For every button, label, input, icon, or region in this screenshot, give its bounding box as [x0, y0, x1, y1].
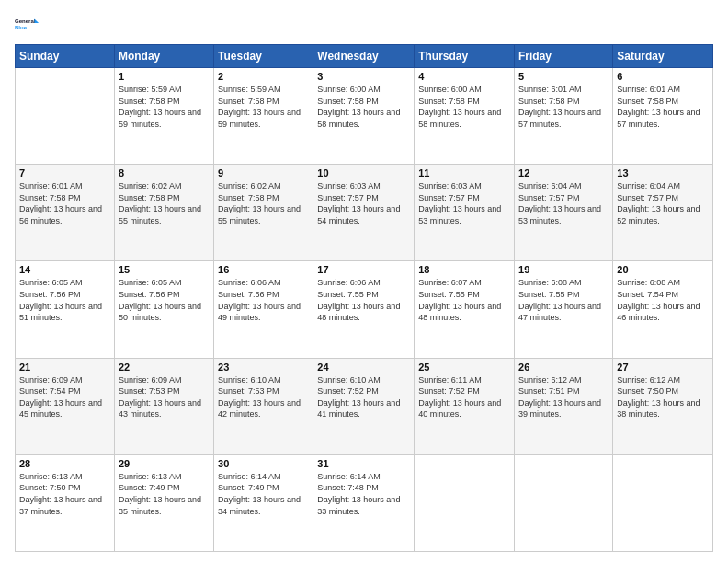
- calendar-cell: [415, 454, 515, 551]
- day-number: 11: [418, 167, 510, 178]
- day-number: 26: [518, 362, 609, 373]
- day-info: Sunrise: 6:07 AMSunset: 7:55 PMDaylight:…: [418, 277, 510, 323]
- calendar-cell: 6Sunrise: 6:01 AMSunset: 7:58 PMDaylight…: [613, 68, 713, 165]
- day-number: 31: [317, 458, 410, 469]
- day-info: Sunrise: 6:03 AMSunset: 7:57 PMDaylight:…: [317, 180, 410, 226]
- calendar-cell: 20Sunrise: 6:08 AMSunset: 7:54 PMDayligh…: [613, 261, 713, 358]
- svg-text:Blue: Blue: [15, 25, 28, 30]
- day-info: Sunrise: 6:06 AMSunset: 7:56 PMDaylight:…: [218, 277, 309, 323]
- weekday-header-monday: Monday: [114, 45, 213, 68]
- day-number: 15: [119, 264, 210, 275]
- calendar-cell: 30Sunrise: 6:14 AMSunset: 7:49 PMDayligh…: [214, 454, 313, 551]
- day-number: 17: [317, 264, 410, 275]
- day-number: 6: [617, 71, 709, 82]
- calendar-cell: 25Sunrise: 6:11 AMSunset: 7:52 PMDayligh…: [415, 358, 515, 454]
- calendar-cell: 27Sunrise: 6:12 AMSunset: 7:50 PMDayligh…: [613, 358, 713, 454]
- day-info: Sunrise: 6:09 AMSunset: 7:54 PMDaylight:…: [19, 374, 110, 420]
- calendar-cell: 9Sunrise: 6:02 AMSunset: 7:58 PMDaylight…: [214, 165, 313, 261]
- logo: GeneralBlue: [15, 11, 40, 37]
- calendar-cell: 21Sunrise: 6:09 AMSunset: 7:54 PMDayligh…: [16, 358, 115, 454]
- calendar-cell: 1Sunrise: 5:59 AMSunset: 7:58 PMDaylight…: [114, 68, 213, 165]
- calendar-body: 1Sunrise: 5:59 AMSunset: 7:58 PMDaylight…: [16, 68, 713, 552]
- day-info: Sunrise: 5:59 AMSunset: 7:58 PMDaylight:…: [218, 84, 309, 130]
- calendar-cell: 26Sunrise: 6:12 AMSunset: 7:51 PMDayligh…: [515, 358, 613, 454]
- day-number: 13: [617, 167, 709, 178]
- day-info: Sunrise: 6:12 AMSunset: 7:51 PMDaylight:…: [518, 374, 609, 420]
- calendar-cell: 5Sunrise: 6:01 AMSunset: 7:58 PMDaylight…: [515, 68, 613, 165]
- weekday-header-sunday: Sunday: [16, 45, 115, 68]
- day-number: 12: [518, 167, 609, 178]
- day-number: 23: [218, 362, 309, 373]
- week-row-3: 14Sunrise: 6:05 AMSunset: 7:56 PMDayligh…: [16, 261, 713, 358]
- calendar-cell: 16Sunrise: 6:06 AMSunset: 7:56 PMDayligh…: [214, 261, 313, 358]
- header: GeneralBlue: [15, 11, 713, 37]
- day-info: Sunrise: 6:00 AMSunset: 7:58 PMDaylight:…: [418, 84, 510, 130]
- day-info: Sunrise: 6:00 AMSunset: 7:58 PMDaylight:…: [317, 84, 410, 130]
- calendar-cell: 28Sunrise: 6:13 AMSunset: 7:50 PMDayligh…: [16, 454, 115, 551]
- day-number: 3: [317, 71, 410, 82]
- calendar-cell: 24Sunrise: 6:10 AMSunset: 7:52 PMDayligh…: [313, 358, 415, 454]
- weekday-header-saturday: Saturday: [613, 45, 713, 68]
- day-number: 16: [218, 264, 309, 275]
- weekday-header-wednesday: Wednesday: [313, 45, 415, 68]
- day-number: 24: [317, 362, 410, 373]
- week-row-2: 7Sunrise: 6:01 AMSunset: 7:58 PMDaylight…: [16, 165, 713, 261]
- day-number: 18: [418, 264, 510, 275]
- day-info: Sunrise: 6:12 AMSunset: 7:50 PMDaylight:…: [617, 374, 709, 420]
- day-number: 2: [218, 71, 309, 82]
- calendar-page: GeneralBlue SundayMondayTuesdayWednesday…: [0, 0, 728, 563]
- day-info: Sunrise: 6:14 AMSunset: 7:49 PMDaylight:…: [218, 471, 309, 517]
- day-info: Sunrise: 6:09 AMSunset: 7:53 PMDaylight:…: [119, 374, 210, 420]
- calendar-cell: 3Sunrise: 6:00 AMSunset: 7:58 PMDaylight…: [313, 68, 415, 165]
- day-number: 29: [119, 458, 210, 469]
- weekday-header-row: SundayMondayTuesdayWednesdayThursdayFrid…: [16, 45, 713, 68]
- day-number: 30: [218, 458, 309, 469]
- calendar-cell: 10Sunrise: 6:03 AMSunset: 7:57 PMDayligh…: [313, 165, 415, 261]
- day-number: 20: [617, 264, 709, 275]
- calendar-cell: 4Sunrise: 6:00 AMSunset: 7:58 PMDaylight…: [415, 68, 515, 165]
- day-info: Sunrise: 6:06 AMSunset: 7:55 PMDaylight:…: [317, 277, 410, 323]
- week-row-5: 28Sunrise: 6:13 AMSunset: 7:50 PMDayligh…: [16, 454, 713, 551]
- day-info: Sunrise: 6:02 AMSunset: 7:58 PMDaylight:…: [218, 180, 309, 226]
- day-info: Sunrise: 6:04 AMSunset: 7:57 PMDaylight:…: [617, 180, 709, 226]
- day-number: 7: [19, 167, 110, 178]
- day-number: 8: [119, 167, 210, 178]
- day-info: Sunrise: 6:13 AMSunset: 7:49 PMDaylight:…: [119, 471, 210, 517]
- logo-icon: GeneralBlue: [15, 11, 40, 37]
- calendar-cell: [515, 454, 613, 551]
- calendar-cell: 18Sunrise: 6:07 AMSunset: 7:55 PMDayligh…: [415, 261, 515, 358]
- calendar-cell: 17Sunrise: 6:06 AMSunset: 7:55 PMDayligh…: [313, 261, 415, 358]
- day-info: Sunrise: 6:01 AMSunset: 7:58 PMDaylight:…: [19, 180, 110, 226]
- calendar-cell: [613, 454, 713, 551]
- day-number: 4: [418, 71, 510, 82]
- day-info: Sunrise: 6:05 AMSunset: 7:56 PMDaylight:…: [119, 277, 210, 323]
- day-number: 14: [19, 264, 110, 275]
- day-info: Sunrise: 6:14 AMSunset: 7:48 PMDaylight:…: [317, 471, 410, 517]
- day-info: Sunrise: 6:05 AMSunset: 7:56 PMDaylight:…: [19, 277, 110, 323]
- calendar-cell: 12Sunrise: 6:04 AMSunset: 7:57 PMDayligh…: [515, 165, 613, 261]
- day-info: Sunrise: 6:01 AMSunset: 7:58 PMDaylight:…: [518, 84, 609, 130]
- calendar-cell: 11Sunrise: 6:03 AMSunset: 7:57 PMDayligh…: [415, 165, 515, 261]
- calendar-cell: 19Sunrise: 6:08 AMSunset: 7:55 PMDayligh…: [515, 261, 613, 358]
- day-number: 25: [418, 362, 510, 373]
- day-info: Sunrise: 6:13 AMSunset: 7:50 PMDaylight:…: [19, 471, 110, 517]
- calendar-cell: 13Sunrise: 6:04 AMSunset: 7:57 PMDayligh…: [613, 165, 713, 261]
- calendar-table: SundayMondayTuesdayWednesdayThursdayFrid…: [15, 44, 713, 552]
- day-info: Sunrise: 6:10 AMSunset: 7:52 PMDaylight:…: [317, 374, 410, 420]
- day-number: 9: [218, 167, 309, 178]
- day-number: 28: [19, 458, 110, 469]
- day-number: 10: [317, 167, 410, 178]
- day-info: Sunrise: 5:59 AMSunset: 7:58 PMDaylight:…: [119, 84, 210, 130]
- calendar-cell: 23Sunrise: 6:10 AMSunset: 7:53 PMDayligh…: [214, 358, 313, 454]
- day-info: Sunrise: 6:08 AMSunset: 7:54 PMDaylight:…: [617, 277, 709, 323]
- day-info: Sunrise: 6:04 AMSunset: 7:57 PMDaylight:…: [518, 180, 609, 226]
- day-info: Sunrise: 6:08 AMSunset: 7:55 PMDaylight:…: [518, 277, 609, 323]
- calendar-cell: 29Sunrise: 6:13 AMSunset: 7:49 PMDayligh…: [114, 454, 213, 551]
- calendar-cell: 31Sunrise: 6:14 AMSunset: 7:48 PMDayligh…: [313, 454, 415, 551]
- day-number: 1: [119, 71, 210, 82]
- day-info: Sunrise: 6:10 AMSunset: 7:53 PMDaylight:…: [218, 374, 309, 420]
- calendar-cell: 7Sunrise: 6:01 AMSunset: 7:58 PMDaylight…: [16, 165, 115, 261]
- calendar-cell: 15Sunrise: 6:05 AMSunset: 7:56 PMDayligh…: [114, 261, 213, 358]
- calendar-cell: 22Sunrise: 6:09 AMSunset: 7:53 PMDayligh…: [114, 358, 213, 454]
- calendar-cell: 8Sunrise: 6:02 AMSunset: 7:58 PMDaylight…: [114, 165, 213, 261]
